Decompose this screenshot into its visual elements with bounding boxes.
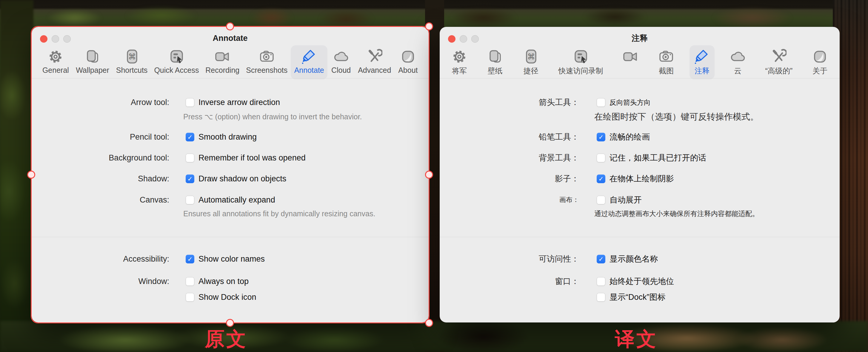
checkbox-unchecked[interactable]	[597, 277, 605, 286]
checkbox-unchecked[interactable]	[186, 98, 194, 107]
settings-row: Accessibility:✓Show color names	[43, 252, 423, 265]
toolbar-item-label: 将军	[452, 66, 467, 76]
command-icon: ⌘	[523, 49, 539, 64]
toolbar-item-app-badge[interactable]: 关于	[807, 45, 833, 79]
checkbox-checked[interactable]: ✓	[597, 255, 605, 263]
toolbar-item-command[interactable]: ⌘捷径	[519, 45, 544, 79]
row-label: 背景工具：	[452, 153, 579, 163]
toolbar-item-camera[interactable]: Screenshots	[243, 45, 291, 79]
row-label: 可访问性：	[452, 254, 579, 264]
checkbox-label: Remember if tool was opened	[198, 153, 306, 163]
toolbar-item-video-camera[interactable]: Recording	[202, 45, 243, 79]
preferences-window-english: Annotate GeneralWallpaper⌘ShortcutsQuick…	[32, 27, 429, 322]
toolbar-right: 将军壁纸⌘捷径快速访问录制截图注释云“高级的”关于	[447, 45, 833, 79]
settings-row: Show Dock icon	[43, 291, 423, 304]
checkbox-label: 自动展开	[610, 194, 642, 205]
checkbox-unchecked[interactable]	[597, 196, 605, 204]
settings-row: Canvas:Automatically expand	[43, 193, 423, 206]
hint-text: Press ⌥ (option) when drawing to invert …	[183, 111, 362, 122]
checkbox-checked[interactable]: ✓	[186, 133, 194, 141]
toolbar-item-marker[interactable]: Annotate	[291, 45, 328, 79]
selection-handle-right[interactable]	[425, 171, 433, 179]
checkbox-unchecked[interactable]	[186, 154, 194, 162]
wallpaper-forest-floor	[0, 321, 868, 352]
tools-icon	[367, 49, 382, 64]
camera-icon	[658, 49, 674, 64]
checkbox-unchecked[interactable]	[597, 154, 605, 162]
settings-row: Window:Always on top	[43, 275, 423, 288]
caption-translation: 译文	[615, 326, 658, 352]
settings-row: 画布：自动展开	[452, 193, 834, 206]
settings-row: 背景工具：记住，如果工具已打开的话	[452, 151, 834, 164]
selection-handle-top[interactable]	[226, 22, 234, 30]
toolbar-item-label: Annotate	[294, 66, 324, 74]
toolbar-item-tools[interactable]: “高级的”	[761, 45, 797, 79]
tools-icon	[771, 49, 786, 64]
checkbox-unchecked[interactable]	[597, 98, 605, 107]
window-title: Annotate	[32, 33, 429, 43]
checkbox-label: 显示颜色名称	[610, 254, 658, 264]
toolbar-item-command[interactable]: ⌘Shortcuts	[113, 45, 151, 79]
row-label: Shadow:	[43, 174, 169, 184]
toolbar-item-marker[interactable]: 注释	[689, 45, 715, 79]
row-label: 铅笔工具：	[452, 132, 579, 142]
app-badge-icon	[812, 49, 828, 64]
toolbar-item-quick-access[interactable]: Quick Access	[151, 45, 202, 79]
svg-text:⌘: ⌘	[527, 52, 535, 61]
toolbar-item-video-camera[interactable]	[618, 45, 643, 79]
toolbar-item-label: Recording	[205, 66, 239, 74]
cloud-icon	[333, 49, 349, 64]
checkbox-label: 显示“Dock”图标	[610, 292, 665, 302]
checkbox-label: 始终处于领先地位	[610, 276, 674, 287]
toolbar-item-app-badge[interactable]: About	[395, 45, 422, 79]
checkbox-label: Draw shadow on objects	[198, 174, 286, 184]
toolbar-item-label: 捷径	[524, 66, 538, 76]
checkbox-label: 流畅的绘画	[610, 132, 650, 142]
wallpaper-icon	[488, 49, 503, 64]
checkbox-unchecked[interactable]	[186, 277, 194, 286]
section-divider	[32, 237, 429, 237]
toolbar-item-label: About	[398, 66, 417, 74]
checkbox-checked[interactable]: ✓	[597, 133, 605, 141]
settings-row: Shadow:✓Draw shadow on objects	[43, 172, 423, 185]
toolbar-divider	[440, 78, 840, 78]
quick-access-icon	[168, 49, 184, 64]
row-label: 画布：	[452, 195, 579, 204]
svg-text:⌘: ⌘	[128, 52, 136, 61]
quick-access-icon	[573, 49, 588, 64]
row-label: 影子：	[452, 173, 579, 184]
toolbar-item-label: 云	[734, 66, 741, 76]
toolbar-item-wallpaper[interactable]: 壁纸	[483, 45, 508, 79]
toolbar-item-camera[interactable]: 截图	[654, 45, 679, 79]
toolbar-item-label: Shortcuts	[116, 66, 148, 74]
settings-row: 箭头工具：反向箭头方向	[452, 96, 834, 109]
checkbox-unchecked[interactable]	[186, 293, 194, 301]
settings-row: 显示“Dock”图标	[452, 291, 834, 304]
checkbox-unchecked[interactable]	[186, 196, 194, 204]
toolbar-item-label: 快速访问录制	[558, 66, 603, 76]
checkbox-checked[interactable]: ✓	[597, 174, 605, 183]
checkbox-label: Show Dock icon	[198, 293, 256, 302]
selection-handle-left[interactable]	[27, 171, 35, 179]
checkbox-checked[interactable]: ✓	[186, 255, 194, 263]
toolbar-item-cloud[interactable]: Cloud	[328, 45, 354, 79]
row-label: Accessibility:	[43, 254, 169, 264]
video-camera-icon	[623, 49, 638, 64]
toolbar-item-cloud[interactable]: 云	[725, 45, 750, 79]
selection-handle-top-right[interactable]	[425, 22, 433, 30]
toolbar-item-wallpaper[interactable]: Wallpaper	[72, 45, 113, 79]
selection-handle-bottom-right[interactable]	[425, 319, 433, 327]
checkbox-checked[interactable]: ✓	[186, 174, 194, 183]
toolbar-item-gear[interactable]: 将军	[447, 45, 472, 79]
gear-icon	[452, 49, 467, 64]
toolbar-item-label: 关于	[812, 66, 828, 76]
settings-row: 可访问性：✓显示颜色名称	[452, 252, 834, 265]
toolbar-item-gear[interactable]: General	[39, 45, 72, 79]
row-label: 箭头工具：	[452, 97, 579, 108]
command-icon: ⌘	[124, 49, 140, 64]
toolbar-item-tools[interactable]: Advanced	[354, 45, 395, 79]
toolbar-item-quick-access[interactable]: 快速访问录制	[554, 45, 607, 79]
toolbar-item-label: Quick Access	[154, 66, 199, 74]
checkbox-unchecked[interactable]	[597, 293, 605, 301]
video-camera-icon	[215, 49, 230, 64]
